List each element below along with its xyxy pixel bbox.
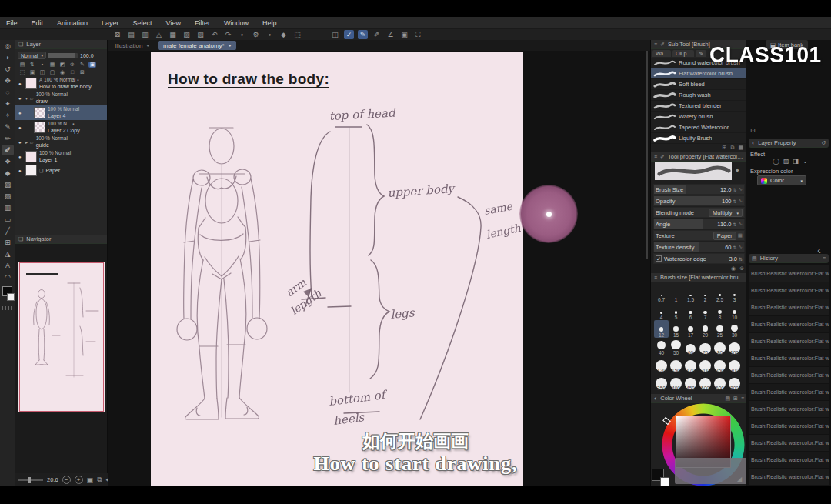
angle-icon[interactable]: ∠ (385, 30, 395, 39)
grid-tool-icon[interactable]: ⊞ (2, 237, 14, 248)
balloon-tool-icon[interactable]: ◠ (2, 272, 14, 282)
spinner-icon[interactable]: ⇅ (733, 187, 737, 192)
figure-tool-icon[interactable]: ◮ (2, 249, 14, 259)
brush-size-1[interactable]: 1 (669, 285, 683, 302)
eye-icon[interactable]: ● (18, 96, 23, 101)
layer-tool-icon[interactable]: □ (68, 69, 76, 75)
spinner-icon[interactable]: ⇅ (733, 199, 737, 204)
tab-male-female-anatomy[interactable]: male female anatomy* ● (158, 41, 236, 50)
brush-size-500[interactable]: 500 (698, 373, 713, 391)
eyedropper-tool-icon[interactable]: ✧ (2, 110, 14, 121)
collapse-panel-chevron[interactable]: ‹ (817, 243, 821, 256)
history-entry[interactable]: Brush:Realistic watercolor:Flat wate... (749, 350, 829, 366)
zoom-slider[interactable] (18, 479, 43, 481)
layer-tool-icon[interactable]: ⇅ (28, 62, 36, 68)
brush-size-250[interactable]: 250 (713, 355, 727, 373)
dot2-icon[interactable]: ∘ (265, 30, 275, 39)
tool-property-texture[interactable]: TexturePaper▦ (653, 230, 745, 241)
layer-row-layer2copy[interactable]: ● 100 % N... ▪ Layer 2 Copy (15, 120, 107, 135)
menu-filter[interactable]: Filter (195, 19, 210, 27)
subtool-tab-pen-icon[interactable]: ✎ (696, 50, 706, 57)
layer-tool-icon[interactable]: ◫ (38, 69, 46, 75)
layer-tool-icon[interactable]: ✎ (78, 62, 86, 68)
add-brush-icon[interactable]: ⊞ (723, 145, 727, 151)
brush-size-7[interactable]: 7 (698, 302, 713, 320)
history-entry[interactable]: Brush:Realistic watercolor:Flat wate... (749, 435, 829, 451)
layer-tool-icon[interactable]: ⊘ (68, 62, 76, 68)
opacity-slider[interactable] (48, 53, 78, 58)
page-icon[interactable]: ▦ (168, 30, 178, 39)
sub-color-swatch[interactable] (7, 293, 15, 301)
hamburger-icon[interactable]: ≡ (741, 396, 744, 402)
brush-size-8[interactable]: 8 (713, 302, 727, 320)
antialias-icon[interactable]: ◫ (330, 30, 340, 39)
duplicate-brush-icon[interactable]: ⧉ (730, 145, 734, 151)
layer-tool-icon[interactable]: ▣ (88, 62, 96, 68)
fit-screen-icon[interactable]: ▣ (87, 476, 94, 484)
layer-tool-icon[interactable]: ◩ (58, 62, 66, 68)
tab-close-icon[interactable]: ● (146, 43, 149, 48)
blending-mode-dropdown[interactable]: Multiply▾ (709, 209, 743, 217)
text-tool-icon[interactable]: A (2, 260, 14, 271)
hsv-icon[interactable]: ▤ (725, 396, 730, 402)
expand-arrow-icon[interactable]: ▾ (25, 95, 28, 101)
eye-icon[interactable]: ● (18, 169, 23, 173)
open-folder-icon[interactable]: ▤ (126, 30, 136, 39)
canvas[interactable]: How to draw the body: (151, 52, 523, 486)
brush-size-450[interactable]: 450 (683, 373, 698, 391)
layer-thumbnail[interactable] (34, 107, 45, 118)
layer-row-folder-guide[interactable]: ● ▸ ▱ 100 % Normal guide (15, 135, 107, 149)
page2-icon[interactable]: ▧ (182, 30, 192, 39)
frame-tool-icon[interactable]: ▭ (2, 214, 14, 225)
reset-tool-icon[interactable]: ◉ (731, 265, 736, 272)
layer-thumbnail[interactable] (25, 151, 37, 162)
spinner-icon[interactable]: ⇅ (739, 256, 743, 262)
brush-size-10[interactable]: 10 (727, 302, 742, 320)
zoom-tool-icon[interactable]: ◎ (2, 41, 14, 52)
brush-size-100[interactable]: 100 (727, 338, 742, 355)
brush-size-4[interactable]: 4 (654, 302, 669, 320)
tone-effect-icon[interactable]: ▨ (783, 158, 789, 165)
navigator-thumbnail[interactable] (18, 262, 105, 412)
history-entry[interactable]: Brush:Realistic watercolor:Flat wate... (749, 316, 829, 332)
stabilize-icon[interactable]: ✐ (372, 30, 382, 39)
layer-tool-icon[interactable]: ⊠ (78, 69, 86, 75)
history-entry[interactable]: Brush:Realistic watercolor:Flat wate... (749, 452, 829, 468)
resize-handle-icon[interactable]: ◢ (737, 476, 742, 482)
hand-tool-icon[interactable]: ◗ (2, 52, 14, 63)
brush-size-2.5[interactable]: 2.5 (713, 285, 727, 302)
pen-tool-icon[interactable]: ✎ (2, 122, 14, 132)
brush-size-170[interactable]: 170 (683, 355, 698, 373)
layer-tool-icon[interactable]: ▤ (18, 62, 26, 68)
brush-size-60[interactable]: 60 (683, 338, 698, 355)
texture-dropdown[interactable]: Paper (713, 232, 736, 240)
menu-edit[interactable]: Edit (32, 19, 44, 27)
layer-row-paper[interactable]: ● ❏ Paper (15, 164, 107, 177)
line-tool-icon[interactable]: ╱ (2, 225, 14, 236)
export-icon[interactable]: △ (154, 30, 164, 39)
save-icon[interactable]: ⊠ (112, 30, 122, 39)
fullscreen-icon[interactable]: ⛶ (413, 30, 423, 39)
brush-size-12[interactable]: 12 (654, 320, 669, 338)
airbrush-tool-icon[interactable]: ❖ (2, 156, 14, 167)
page3-icon[interactable]: ▨ (195, 30, 205, 39)
panel-icon[interactable]: ▣ (399, 30, 409, 39)
layer-tool-icon[interactable]: ⬚ (18, 69, 26, 75)
hamburger-icon[interactable]: ≡ (654, 42, 657, 47)
tool-property-blending-mode[interactable]: Blending modeMultiply▾ (653, 207, 745, 218)
dynamics-icon[interactable]: ∿ (739, 244, 743, 250)
expand-arrow-icon[interactable]: ▸ (25, 139, 28, 145)
detail-settings-icon[interactable]: ⊜ (739, 265, 744, 272)
wand-tool-icon[interactable]: ✦ (2, 98, 14, 109)
zoom-out-button[interactable]: − (62, 476, 71, 484)
hamburger-icon[interactable]: ≡ (654, 275, 657, 280)
menu-window[interactable]: Window (224, 19, 249, 27)
decoration-tool-icon[interactable]: ◆ (2, 168, 14, 179)
hamburger-icon[interactable]: ≡ (823, 255, 826, 261)
new-file-icon[interactable]: ▥ (140, 30, 150, 39)
extract-lines-icon[interactable]: ◨ (793, 158, 799, 165)
layer-thumbnail[interactable] (34, 122, 45, 133)
move-tool-icon[interactable]: ✥ (2, 75, 14, 86)
tab-illustration[interactable]: Illustration ● (109, 41, 155, 50)
actual-size-icon[interactable]: ⧉ (97, 476, 102, 484)
